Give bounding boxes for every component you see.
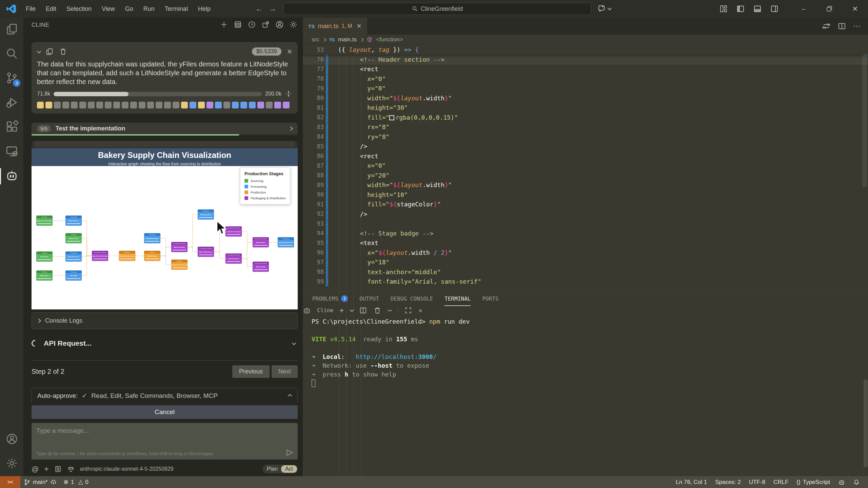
copy-icon[interactable] — [45, 47, 54, 56]
toggle-secondary-sidebar-icon[interactable] — [770, 5, 778, 13]
graph-canvas[interactable]: SourcingSugar Cane PlantationProcessingS… — [32, 166, 298, 309]
code-line[interactable]: 85/> — [303, 142, 868, 151]
account-icon[interactable] — [275, 20, 284, 30]
auto-approve-row[interactable]: Auto-approve: ✓ Read, Edit, Safe Command… — [32, 388, 298, 403]
code-line[interactable]: 82fill="rgba(0,0,0,0.15)" — [303, 113, 868, 122]
customize-layout-icon[interactable] — [719, 5, 728, 13]
command-center-search[interactable]: ClineGreenfield — [283, 3, 591, 15]
code-line[interactable]: 94<!-- Stage badge --> — [303, 228, 868, 238]
code-line[interactable]: 96x="${layout.width / 2}" — [303, 248, 868, 258]
split-terminal-icon[interactable] — [359, 306, 367, 314]
menu-go[interactable]: Go — [121, 4, 137, 14]
plus-icon[interactable] — [220, 20, 228, 30]
kill-terminal-icon[interactable] — [373, 306, 381, 314]
activitybar-extensions[interactable] — [0, 115, 23, 140]
activitybar-accounts[interactable] — [0, 427, 23, 452]
task-cost-badge[interactable]: $0.5339 — [252, 47, 281, 56]
terminal-output[interactable]: PS C:\projects\ClineGreenfield> npm run … — [303, 314, 868, 388]
code-line[interactable]: 76<!-- Header section --> — [303, 55, 868, 64]
language-mode[interactable]: {} TypeScript — [793, 476, 833, 488]
export-icon[interactable] — [261, 20, 270, 30]
menu-view[interactable]: View — [98, 4, 119, 14]
code-line[interactable]: 99font-family="Arial, sans-serif" — [303, 277, 868, 287]
code-editor[interactable]: 53({ layout, tag }) => { 76<!-- Header s… — [303, 45, 868, 476]
editor-scrollbar[interactable] — [862, 45, 867, 187]
code-line[interactable]: 80width="${layout.width}" — [303, 93, 868, 103]
branch-status[interactable]: main* — [20, 476, 60, 488]
close-task-icon[interactable]: ✕ — [287, 48, 292, 56]
model-selector[interactable]: anthropic:claude-sonnet-4-5-20250929 — [80, 466, 174, 472]
terminal-profile-label[interactable]: Cline — [317, 307, 333, 313]
breadcrumb-folder[interactable]: src — [312, 36, 319, 43]
breadcrumb-file[interactable]: main.ts — [338, 36, 357, 43]
code-line[interactable]: 83rx="8" — [303, 122, 868, 132]
remote-indicator[interactable]: >< — [0, 476, 20, 488]
graph-node[interactable]: Packaging & DistributionBakery Packing — [171, 242, 188, 252]
graph-node[interactable]: ProcessingFlour Mill — [65, 270, 82, 281]
cursor-position[interactable]: Ln 76, Col 1 — [672, 476, 710, 488]
color-swatch[interactable] — [389, 115, 394, 120]
graph-node[interactable]: ProcessingWaste Disposal Site — [278, 237, 294, 247]
graph-node[interactable]: Packaging & DistributionLocal Distributo… — [225, 253, 242, 264]
code-line[interactable]: 91fill="${stageColor}" — [303, 200, 868, 209]
graph-node[interactable]: ProductionBaking Ovens — [144, 251, 160, 261]
focus-chain-row[interactable]: 5/5 Test the implementation — [32, 123, 298, 134]
menu-selection[interactable]: Selection — [62, 4, 96, 14]
eol-sequence[interactable]: CRLF — [770, 476, 792, 488]
graph-node[interactable]: ProcessingSugar Refinery — [65, 216, 82, 226]
publish-icon[interactable] — [50, 479, 57, 486]
plan-act-toggle[interactable]: Plan Act — [263, 465, 298, 473]
graph-node[interactable]: ProcessingRecycling Plant — [198, 209, 214, 220]
graph-node[interactable]: Packaging & DistributionSupermarkets — [253, 237, 269, 247]
graph-node[interactable]: Packaging & DistributionBakery Shop — [253, 262, 269, 272]
panel-tab-problems[interactable]: PROBLEMS1 — [312, 291, 348, 306]
mention-icon[interactable]: @ — [32, 465, 39, 473]
menu-run[interactable]: Run — [139, 4, 159, 14]
code-line[interactable]: 90height="10" — [303, 190, 868, 200]
more-actions-icon[interactable]: ⋯ — [853, 22, 861, 30]
code-line[interactable]: 95<text — [303, 238, 868, 248]
terminal-scrollbar[interactable] — [864, 379, 868, 467]
breadcrumb-symbol[interactable]: <function> — [376, 36, 403, 43]
close-window-button[interactable]: ✕ — [842, 0, 868, 18]
new-terminal-icon[interactable]: + — [339, 306, 344, 314]
code-line[interactable]: 98text-anchor="middle" — [303, 267, 868, 277]
code-line[interactable]: 77<rect — [303, 64, 868, 74]
console-logs-toggle[interactable]: Console Logs — [32, 312, 298, 329]
stack-icon[interactable] — [234, 20, 242, 30]
code-line[interactable]: 81height="30" — [303, 103, 868, 113]
compress-context-icon[interactable] — [285, 90, 292, 98]
message-input[interactable]: Type a message... Type @ for context, / … — [32, 423, 298, 460]
panel-tab-output[interactable]: OUTPUT — [359, 291, 379, 306]
encoding[interactable]: UTF-8 — [746, 476, 769, 488]
menu-file[interactable]: File — [22, 4, 40, 14]
activitybar-cline[interactable] — [0, 164, 23, 188]
breadcrumb[interactable]: src TS main.ts <function> — [303, 35, 868, 45]
back-icon[interactable]: ← — [255, 4, 263, 13]
toggle-sidebar-icon[interactable] — [736, 5, 745, 13]
graph-node[interactable]: SourcingSugar Cane Plantation — [36, 216, 53, 226]
activitybar-explorer[interactable] — [0, 18, 23, 42]
panel-tab-ports[interactable]: PORTS — [482, 291, 498, 306]
code-line[interactable]: 93 — [303, 219, 868, 229]
notifications-bell[interactable] — [850, 476, 863, 488]
compare-changes-icon[interactable] — [822, 22, 831, 30]
more-actions-icon[interactable]: ⋯ — [388, 306, 392, 314]
close-tab-icon[interactable]: ✕ — [357, 22, 362, 30]
minimize-button[interactable]: – — [791, 0, 816, 18]
activitybar-run-debug[interactable] — [0, 91, 23, 115]
code-line[interactable]: 84ry="8" — [303, 132, 868, 142]
act-mode-label[interactable]: Act — [281, 465, 297, 473]
next-button[interactable]: Next — [272, 365, 298, 378]
panel-tab-terminal[interactable]: TERMINAL — [445, 291, 471, 306]
code-line[interactable]: 88y="20" — [303, 170, 868, 180]
send-icon[interactable]: ▷ — [287, 447, 293, 457]
graph-node[interactable]: SourcingWheat Farm — [36, 270, 53, 281]
activitybar-search[interactable] — [0, 42, 23, 66]
forward-icon[interactable]: → — [269, 4, 276, 13]
copilot-menu[interactable] — [597, 4, 611, 13]
code-line[interactable]: 87x="0" — [303, 161, 868, 171]
collapse-task-icon[interactable] — [37, 49, 41, 53]
graph-node[interactable]: SourcingChicken Farm — [65, 233, 82, 243]
cline-status[interactable] — [835, 476, 848, 488]
